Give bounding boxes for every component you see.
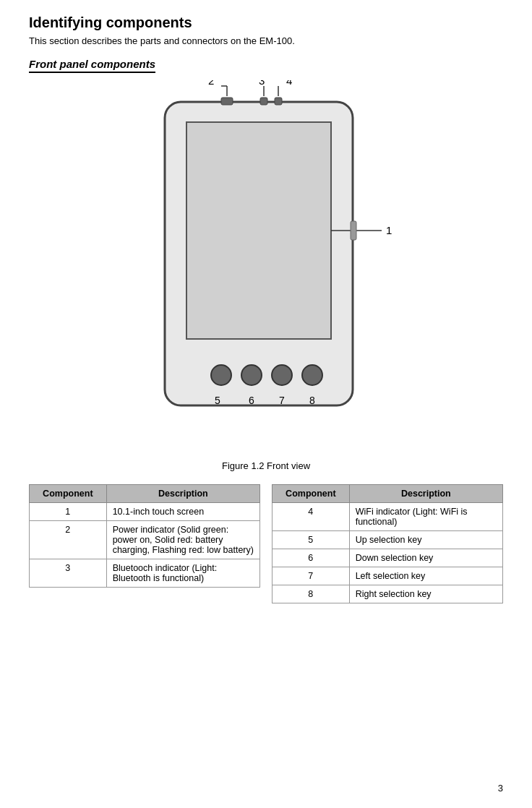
component-desc: Power indicator (Solid green: power on, …: [106, 521, 259, 559]
label-5: 5: [215, 395, 220, 406]
component-num: 4: [273, 503, 350, 531]
right-table-col1-header: Component: [273, 485, 350, 503]
component-num: 7: [273, 567, 350, 585]
right-table-col2-header: Description: [349, 485, 502, 503]
component-num: 2: [30, 521, 107, 559]
component-table-right: Component Description 4WiFi indicator (L…: [272, 484, 503, 603]
left-table-col2-header: Description: [106, 485, 259, 503]
diagram-area: 1 2 3 4 5 6 7 8: [29, 80, 503, 456]
tables-container: Component Description 110.1-inch touch s…: [29, 484, 503, 603]
left-table-col1-header: Component: [30, 485, 107, 503]
component-num: 1: [30, 503, 107, 521]
component-table-left: Component Description 110.1-inch touch s…: [29, 484, 260, 588]
front-panel-diagram: 1 2 3 4 5 6 7 8: [114, 80, 418, 456]
table-row: 2Power indicator (Solid green: power on,…: [30, 521, 260, 559]
table-row: 6Down selection key: [273, 549, 503, 567]
svg-rect-1: [186, 122, 331, 339]
subtitle-text: This section describes the parts and con…: [29, 35, 503, 46]
table-row: 5Up selection key: [273, 531, 503, 549]
component-desc: Left selection key: [349, 567, 502, 585]
component-desc: Bluetooch indicator (Light: Bluetooth is…: [106, 559, 259, 588]
section-title: Front panel components: [29, 58, 155, 73]
page-title: Identifying components: [29, 14, 503, 31]
table-row: 3Bluetooch indicator (Light: Bluetooth i…: [30, 559, 260, 588]
svg-point-6: [241, 365, 262, 385]
table-row: 7Left selection key: [273, 567, 503, 585]
table-row: 110.1-inch touch screen: [30, 503, 260, 521]
table-row: 8Right selection key: [273, 585, 503, 603]
svg-point-7: [272, 365, 292, 385]
svg-rect-4: [275, 98, 282, 105]
figure-caption: Figure 1.2 Front view: [29, 460, 503, 471]
svg-point-8: [302, 365, 322, 385]
svg-rect-2: [221, 98, 233, 105]
label-3: 3: [259, 80, 265, 87]
component-num: 5: [273, 531, 350, 549]
svg-rect-3: [260, 98, 267, 105]
table-row: 4WiFi indicator (Light: WiFi is function…: [273, 503, 503, 531]
component-num: 8: [273, 585, 350, 603]
component-desc: 10.1-inch touch screen: [106, 503, 259, 521]
label-2: 2: [208, 80, 214, 87]
label-8: 8: [309, 395, 315, 406]
svg-rect-14: [351, 221, 356, 240]
page-number: 3: [498, 783, 503, 794]
label-7: 7: [279, 395, 285, 406]
component-desc: Right selection key: [349, 585, 502, 603]
component-num: 3: [30, 559, 107, 588]
label-1: 1: [386, 224, 392, 236]
component-num: 6: [273, 549, 350, 567]
svg-point-5: [211, 365, 231, 385]
component-desc: Up selection key: [349, 531, 502, 549]
label-6: 6: [249, 395, 254, 406]
label-4: 4: [286, 80, 292, 87]
component-desc: WiFi indicator (Light: WiFi is functiona…: [349, 503, 502, 531]
component-desc: Down selection key: [349, 549, 502, 567]
